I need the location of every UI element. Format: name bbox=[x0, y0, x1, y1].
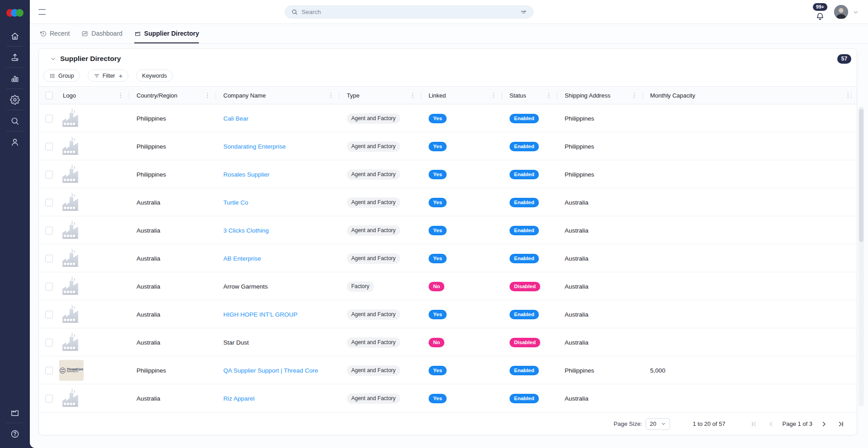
sidebar-item-upload[interactable] bbox=[0, 47, 30, 68]
table-row[interactable]: Australia AB Enterprise Agent and Factor… bbox=[39, 244, 857, 272]
row-checkbox[interactable] bbox=[45, 339, 53, 346]
company-name-link[interactable]: Star Dust bbox=[223, 339, 249, 346]
row-checkbox[interactable] bbox=[45, 311, 53, 318]
column-header-linked[interactable]: Linked bbox=[429, 92, 446, 99]
company-name-link[interactable]: AB Enterprise bbox=[223, 255, 261, 262]
company-name-link[interactable]: Rosales Supplier bbox=[223, 171, 269, 178]
row-checkbox[interactable] bbox=[45, 199, 53, 206]
pagination-range: 1 to 20 of 57 bbox=[693, 420, 725, 427]
sidebar-item-analytics[interactable] bbox=[0, 68, 30, 89]
search-filter-icon[interactable] bbox=[520, 9, 527, 16]
global-search[interactable] bbox=[285, 5, 533, 19]
company-name-link[interactable]: QA Supplier Support | Thread Core bbox=[223, 367, 318, 374]
linked-badge: Yes bbox=[429, 366, 447, 375]
search-input[interactable] bbox=[302, 9, 516, 15]
row-checkbox[interactable] bbox=[45, 283, 53, 290]
company-name-link[interactable]: Turtle Co bbox=[223, 199, 248, 206]
row-checkbox[interactable] bbox=[45, 171, 53, 178]
supplier-logo-placeholder bbox=[59, 136, 84, 157]
avatar[interactable] bbox=[834, 5, 848, 19]
country-value: Australia bbox=[137, 283, 160, 290]
table-row[interactable]: Australia Star Dust Agent and Factory No… bbox=[39, 328, 857, 356]
page-size-value: 20 bbox=[650, 420, 656, 427]
company-name-link[interactable]: 3 Clicks Clothing bbox=[223, 227, 269, 234]
table-row[interactable]: Australia HIGH HOPE INT'L GROUP Agent an… bbox=[39, 300, 857, 328]
account-chevron-down-icon[interactable] bbox=[853, 9, 859, 15]
threadcore-spool-icon bbox=[60, 368, 66, 373]
add-filter-icon[interactable]: + bbox=[119, 72, 123, 79]
tab-dashboard[interactable]: Dashboard bbox=[81, 24, 123, 43]
column-menu-icon[interactable]: ⋮ bbox=[630, 92, 638, 98]
company-name-link[interactable]: Arrow Garments bbox=[223, 283, 268, 290]
row-checkbox[interactable] bbox=[45, 255, 53, 262]
row-checkbox[interactable] bbox=[45, 367, 53, 374]
keywords-button[interactable]: Keywords bbox=[136, 70, 173, 82]
shipping-address-value: Australia bbox=[565, 199, 589, 206]
bar-chart-icon bbox=[10, 74, 20, 84]
row-checkbox[interactable] bbox=[45, 227, 53, 234]
type-badge: Factory bbox=[347, 281, 374, 292]
sidebar-item-suppliers[interactable] bbox=[0, 402, 30, 423]
last-page-button[interactable] bbox=[838, 420, 845, 428]
company-name-link[interactable]: Riz Apparel bbox=[223, 395, 255, 402]
sidebar-item-users[interactable] bbox=[0, 131, 30, 153]
table-row[interactable]: Australia Arrow Garments Factory No Disa… bbox=[39, 272, 857, 300]
column-menu-icon[interactable]: ⋮ bbox=[409, 92, 417, 98]
column-header-company[interactable]: Company Name bbox=[223, 92, 266, 99]
sidebar-item-help[interactable] bbox=[0, 423, 30, 444]
row-checkbox[interactable] bbox=[45, 143, 53, 150]
table-row[interactable]: Australia Riz Apparel Agent and Factory … bbox=[39, 384, 857, 412]
first-page-button[interactable] bbox=[750, 420, 757, 428]
company-name-link[interactable]: Sondarating Enterprise bbox=[223, 143, 286, 150]
column-header-status[interactable]: Status bbox=[509, 92, 526, 99]
company-name-link[interactable]: Cali Bear bbox=[223, 115, 249, 122]
tab-supplier-directory[interactable]: Supplier Directory bbox=[134, 24, 199, 43]
sidebar-item-settings[interactable] bbox=[0, 89, 30, 110]
search-icon bbox=[291, 9, 298, 15]
sidebar-item-search[interactable] bbox=[0, 110, 30, 131]
monthly-capacity-value: 5,000 bbox=[650, 367, 665, 374]
page-size-select[interactable]: 20 bbox=[646, 418, 670, 430]
scrollbar-thumb[interactable] bbox=[859, 109, 863, 242]
linked-badge: Yes bbox=[429, 394, 447, 403]
select-all-checkbox[interactable] bbox=[45, 92, 53, 99]
column-header-logo[interactable]: Logo bbox=[63, 92, 76, 99]
pagination-bar: Page Size: 20 1 to 20 of 57 Page 1 of 3 bbox=[39, 412, 857, 435]
column-menu-icon[interactable]: ⋮ bbox=[117, 92, 125, 98]
prev-page-button[interactable] bbox=[767, 420, 774, 428]
collapse-chevron-icon[interactable] bbox=[50, 56, 56, 62]
menu-toggle-icon[interactable] bbox=[38, 9, 46, 15]
table-row[interactable]: Australia 3 Clicks Clothing Agent and Fa… bbox=[39, 216, 857, 244]
table-row[interactable]: Philippines Rosales Supplier Agent and F… bbox=[39, 160, 857, 188]
row-checkbox[interactable] bbox=[45, 395, 53, 402]
user-icon bbox=[10, 137, 20, 147]
app-logo[interactable] bbox=[5, 7, 24, 19]
table-row[interactable]: ThreadCoreSourcing Co. Philippines QA Su… bbox=[39, 356, 857, 384]
table-row[interactable]: Philippines Sondarating Enterprise Agent… bbox=[39, 132, 857, 160]
shipping-address-value: Philippines bbox=[565, 143, 594, 150]
group-button[interactable]: Group bbox=[43, 70, 80, 82]
tab-recent[interactable]: Recent bbox=[40, 24, 70, 43]
column-header-country[interactable]: Country/Region bbox=[137, 92, 177, 99]
vertical-scrollbar[interactable] bbox=[859, 107, 864, 406]
column-menu-icon[interactable]: ⋮ bbox=[490, 92, 498, 98]
next-page-button[interactable] bbox=[821, 420, 828, 428]
filter-button[interactable]: Filter + bbox=[88, 70, 129, 82]
column-menu-icon[interactable]: ⋮ bbox=[327, 92, 335, 98]
column-menu-icon[interactable]: ⋮ bbox=[545, 92, 553, 98]
column-menu-icon[interactable]: ⋮ bbox=[203, 92, 212, 98]
column-header-capacity[interactable]: Monthly Capacity bbox=[650, 92, 695, 99]
row-checkbox[interactable] bbox=[45, 115, 53, 122]
country-value: Australia bbox=[137, 395, 160, 402]
sidebar-item-home[interactable] bbox=[0, 25, 30, 47]
table-row[interactable]: Philippines Cali Bear Agent and Factory … bbox=[39, 104, 857, 132]
company-name-link[interactable]: HIGH HOPE INT'L GROUP bbox=[223, 311, 297, 318]
shipping-address-value: Philippines bbox=[565, 367, 594, 374]
column-header-shipping[interactable]: Shipping Address bbox=[565, 92, 610, 99]
supplier-logo-placeholder bbox=[59, 108, 84, 129]
upload-icon bbox=[10, 52, 20, 62]
notifications-button[interactable]: 99+ bbox=[811, 2, 830, 22]
table-row[interactable]: Australia Turtle Co Agent and Factory Ye… bbox=[39, 188, 857, 216]
column-header-type[interactable]: Type bbox=[347, 92, 359, 99]
sidebar bbox=[0, 0, 30, 448]
